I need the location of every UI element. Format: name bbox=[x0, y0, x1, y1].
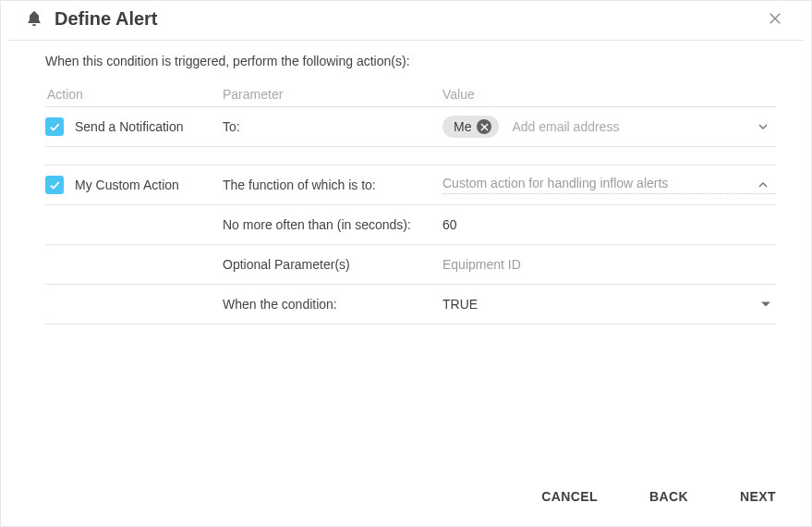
action-cell: Send a Notification bbox=[45, 117, 223, 136]
custom-checkbox[interactable] bbox=[45, 176, 64, 194]
email-input[interactable]: Add email address bbox=[512, 119, 619, 134]
optional-value-cell[interactable]: Equipment ID bbox=[442, 257, 776, 272]
close-icon bbox=[767, 10, 783, 27]
dialog-title: Define Alert bbox=[55, 8, 763, 30]
dropdown-caret-icon bbox=[761, 302, 770, 307]
recipient-chip-me[interactable]: Me bbox=[442, 116, 499, 138]
function-description: Custom action for handling inflow alerts bbox=[442, 176, 776, 194]
chip-label: Me bbox=[454, 119, 471, 134]
column-value: Value bbox=[442, 87, 776, 102]
optional-value: Equipment ID bbox=[442, 257, 521, 272]
collapse-button[interactable] bbox=[756, 178, 770, 192]
close-icon bbox=[480, 119, 489, 134]
alert-bell-icon bbox=[25, 9, 43, 28]
dialog-content: When this condition is triggered, perfor… bbox=[1, 41, 811, 325]
optional-row: Optional Parameter(s) Equipment ID bbox=[45, 244, 776, 285]
expand-button[interactable] bbox=[756, 119, 770, 134]
when-value-cell[interactable]: TRUE bbox=[442, 297, 776, 312]
chevron-down-icon bbox=[756, 119, 770, 134]
chevron-up-icon bbox=[756, 178, 770, 192]
column-headers: Action Parameter Value bbox=[45, 87, 776, 107]
column-action: Action bbox=[45, 87, 223, 102]
optional-label: Optional Parameter(s) bbox=[223, 257, 442, 272]
rate-row: No more often than (in seconds): 60 bbox=[45, 204, 776, 245]
next-button[interactable]: NEXT bbox=[736, 484, 780, 509]
column-parameter: Parameter bbox=[223, 87, 442, 102]
chip-remove-button[interactable] bbox=[477, 119, 491, 134]
back-button[interactable]: BACK bbox=[646, 484, 692, 509]
rate-label: No more often than (in seconds): bbox=[223, 217, 442, 232]
action-row-notification: Send a Notification To: Me Add email add… bbox=[45, 106, 776, 147]
notification-to-label: To: bbox=[223, 119, 442, 134]
define-alert-dialog: Define Alert When this condition is trig… bbox=[0, 0, 812, 527]
custom-function-label: The function of which is to: bbox=[223, 178, 442, 192]
close-button[interactable] bbox=[763, 6, 787, 31]
notification-value: Me Add email address bbox=[442, 116, 776, 138]
dialog-footer: CANCEL BACK NEXT bbox=[538, 484, 780, 509]
when-row: When the condition: TRUE bbox=[45, 284, 776, 325]
custom-function-value[interactable]: Custom action for handling inflow alerts bbox=[442, 176, 776, 194]
instruction-text: When this condition is triggered, perfor… bbox=[45, 54, 776, 68]
action-row-custom: My Custom Action The function of which i… bbox=[45, 165, 776, 205]
notification-label: Send a Notification bbox=[75, 119, 184, 134]
custom-label: My Custom Action bbox=[75, 178, 179, 192]
cancel-button[interactable]: CANCEL bbox=[538, 484, 601, 509]
when-value: TRUE bbox=[442, 297, 478, 312]
rate-value: 60 bbox=[442, 217, 457, 232]
notification-checkbox[interactable] bbox=[45, 117, 64, 136]
dialog-header: Define Alert bbox=[8, 1, 804, 41]
when-label: When the condition: bbox=[223, 297, 442, 312]
action-cell: My Custom Action bbox=[45, 176, 223, 194]
rate-value-cell[interactable]: 60 bbox=[442, 217, 776, 232]
